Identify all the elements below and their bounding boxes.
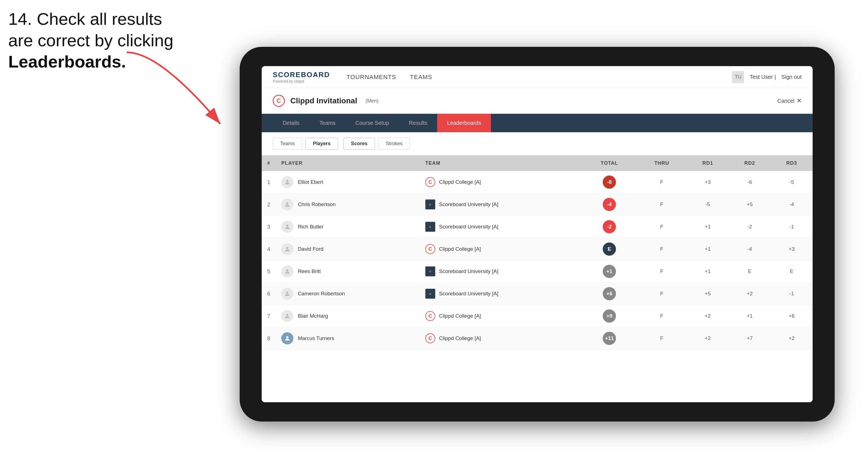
nav-tournaments[interactable]: TOURNAMENTS: [346, 73, 396, 81]
team-logo-sb: ≡: [425, 289, 435, 299]
cell-rd1: +2: [687, 327, 728, 350]
col-rd3: RD3: [771, 155, 813, 171]
player-name: Rees Britt: [298, 268, 321, 274]
tournament-name: Clippd Invitational: [290, 96, 357, 105]
player-avatar: [281, 176, 293, 188]
table-header: # PLAYER TEAM TOTAL THRU RD1 RD2 RD3: [262, 155, 813, 171]
cell-rank: 4: [262, 238, 276, 260]
logo-title: SCOREBOARD: [273, 70, 330, 79]
team-name: Scoreboard University [A]: [439, 291, 498, 297]
team-name: Clippd College [A]: [439, 246, 481, 252]
table-row: 8Marcus TurnersCClippd College [A]+11F+2…: [262, 327, 813, 350]
player-avatar: [281, 243, 293, 255]
cell-rank: 8: [262, 327, 276, 350]
tab-course-setup[interactable]: Course Setup: [345, 114, 399, 132]
tab-details[interactable]: Details: [273, 114, 309, 132]
cell-player: Elliot Ebert: [276, 171, 420, 193]
tab-results[interactable]: Results: [399, 114, 437, 132]
cell-rd2: -6: [728, 171, 771, 193]
team-logo-sb: ≡: [425, 199, 435, 209]
cell-thru: F: [637, 283, 687, 305]
cell-total: +9: [582, 305, 637, 327]
player-name: Blair McHarg: [298, 313, 328, 319]
cell-rd3: +6: [771, 305, 813, 327]
svg-point-4: [286, 247, 288, 249]
svg-point-1: [286, 180, 288, 182]
filter-teams[interactable]: Teams: [273, 138, 302, 150]
cell-team: ≡Scoreboard University [A]: [420, 260, 582, 283]
player-name: David Ford: [298, 246, 323, 252]
table-row: 5Rees Britt≡Scoreboard University [A]+1F…: [262, 260, 813, 283]
table-row: 1Elliot EbertCClippd College [A]-8F+3-6-…: [262, 171, 813, 193]
cancel-button[interactable]: Cancel ✕: [777, 97, 802, 104]
cell-rd2: -2: [728, 216, 771, 238]
cell-rd3: +3: [771, 238, 813, 260]
cell-total: +6: [582, 283, 637, 305]
cell-rank: 5: [262, 260, 276, 283]
team-name: Clippd College [A]: [439, 179, 481, 185]
col-rank: #: [262, 155, 276, 171]
table-row: 2Chris Robertson≡Scoreboard University […: [262, 193, 813, 216]
cell-player: Blair McHarg: [276, 305, 420, 327]
team-logo-sb: ≡: [425, 222, 435, 232]
svg-point-7: [286, 314, 288, 316]
cell-rd3: -1: [771, 216, 813, 238]
team-logo-clippd: C: [425, 177, 435, 187]
tablet-frame: SCOREBOARD Powered by clippd TOURNAMENTS…: [240, 47, 835, 422]
nav-teams[interactable]: TEAMS: [410, 73, 432, 81]
cell-rd1: -5: [687, 193, 728, 216]
instruction-text: 14. Check all results are correct by cli…: [8, 8, 174, 72]
cell-rd2: E: [728, 260, 771, 283]
cell-total: -8: [582, 171, 637, 193]
player-name: Chris Robertson: [298, 201, 336, 208]
player-avatar: [281, 221, 293, 233]
cell-thru: F: [637, 327, 687, 350]
tab-teams[interactable]: Teams: [309, 114, 345, 132]
cell-rd1: +2: [687, 305, 728, 327]
cell-rd1: +5: [687, 283, 728, 305]
cell-rank: 7: [262, 305, 276, 327]
cell-total: -4: [582, 193, 637, 216]
team-name: Clippd College [A]: [439, 335, 481, 341]
col-rd1: RD1: [687, 155, 728, 171]
col-thru: THRU: [637, 155, 687, 171]
score-badge: E: [603, 243, 616, 256]
tournament-icon: C: [273, 95, 285, 107]
score-badge: +6: [603, 287, 616, 300]
filter-strokes[interactable]: Strokes: [378, 138, 410, 150]
score-badge: +1: [603, 265, 616, 278]
cell-rd2: +1: [728, 305, 771, 327]
results-table: # PLAYER TEAM TOTAL THRU RD1 RD2 RD3 1El…: [262, 155, 813, 350]
team-name: Clippd College [A]: [439, 313, 481, 319]
cell-rd2: +5: [728, 193, 771, 216]
team-logo-sb: ≡: [425, 267, 435, 276]
cell-rd2: +2: [728, 283, 771, 305]
cell-team: CClippd College [A]: [420, 238, 582, 260]
team-logo-clippd: C: [425, 333, 435, 343]
col-rd2: RD2: [728, 155, 771, 171]
cell-team: CClippd College [A]: [420, 327, 582, 350]
nav-user: TU Test User | Sign out: [732, 71, 802, 83]
team-logo-clippd: C: [425, 244, 435, 254]
filter-scores[interactable]: Scores: [343, 138, 375, 150]
team-name: Scoreboard University [A]: [439, 268, 498, 274]
player-avatar: [281, 310, 293, 322]
user-avatar: TU: [732, 71, 744, 83]
cell-thru: F: [637, 171, 687, 193]
player-avatar: [281, 265, 293, 277]
cell-rd2: +7: [728, 327, 771, 350]
tab-leaderboards[interactable]: Leaderboards: [437, 114, 491, 132]
cell-rank: 6: [262, 283, 276, 305]
signout-link[interactable]: Sign out: [781, 74, 802, 80]
score-badge: -4: [603, 198, 616, 211]
player-name: Rich Butler: [298, 224, 323, 230]
cell-total: -2: [582, 216, 637, 238]
cell-rd1: +1: [687, 260, 728, 283]
col-team: TEAM: [420, 155, 582, 171]
tournament-badge: (Men): [366, 98, 378, 104]
svg-point-6: [286, 291, 288, 294]
filter-players[interactable]: Players: [306, 138, 338, 150]
team-name: Scoreboard University [A]: [439, 201, 498, 208]
cell-total: +1: [582, 260, 637, 283]
player-avatar: [281, 198, 293, 211]
